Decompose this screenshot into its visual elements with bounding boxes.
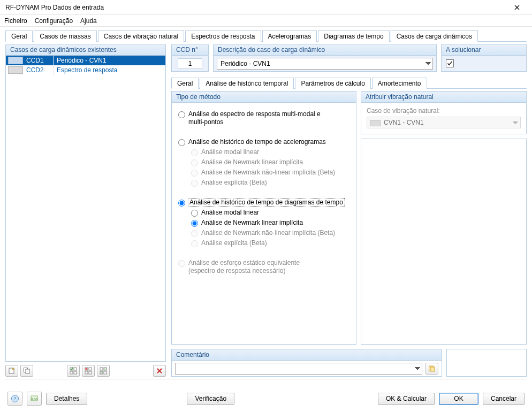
new-case-button[interactable] xyxy=(5,365,18,377)
subtab-historico[interactable]: Análise de histórico temporal xyxy=(200,78,294,89)
units-button[interactable]: 0,00 xyxy=(27,392,42,406)
svg-rect-14 xyxy=(104,371,107,374)
menu-bar: Ficheiro Configuração Ajuda xyxy=(0,15,532,27)
color-swatch xyxy=(8,66,23,74)
comment-header: Comentário xyxy=(171,349,442,361)
tab-geral[interactable]: Geral xyxy=(5,30,33,42)
svg-text:0,00: 0,00 xyxy=(31,397,37,401)
svg-rect-11 xyxy=(100,368,103,370)
dialog-body: Geral Casos de massas Casos de vibração … xyxy=(0,27,532,384)
radio-accel-explicit xyxy=(191,180,198,187)
subtab-amortecimento[interactable]: Amortecimento xyxy=(372,78,427,89)
label-equiv-static: Análise de esforço estático equivalente … xyxy=(188,259,300,275)
ok-button[interactable]: OK xyxy=(439,393,478,405)
tab-acelerogramas[interactable]: Acelerogramas xyxy=(262,30,317,42)
tab-casos-carga-dinamicos[interactable]: Casos de carga dinâmicos xyxy=(391,30,478,42)
comment-pick-button[interactable] xyxy=(425,363,438,375)
comment-select[interactable] xyxy=(175,363,422,375)
sub-tabs: Geral Análise de histórico temporal Parâ… xyxy=(171,77,527,89)
left-header: Casos de carga dinâmicos existentes xyxy=(5,44,166,56)
case-desc: Espectro de resposta xyxy=(54,66,165,74)
svg-rect-2 xyxy=(26,369,29,373)
uncheck-all-button[interactable] xyxy=(82,365,95,377)
radio-timedg-linear[interactable] xyxy=(191,210,198,217)
case-id: CCD2 xyxy=(25,66,53,74)
tab-vibracao-natural[interactable]: Casos de vibração natural xyxy=(98,30,184,42)
natvib-select xyxy=(367,117,521,128)
subtab-geral[interactable]: Geral xyxy=(171,78,199,89)
label-timedg: Análise de histórico de tempo de diagram… xyxy=(188,199,344,207)
empty-preview-panel xyxy=(361,139,527,345)
ccd-no-header: CCD n° xyxy=(171,44,209,56)
radio-timedg[interactable] xyxy=(178,200,185,207)
label-spectrum: Análise do espectro de resposta multi-mo… xyxy=(188,110,322,126)
tab-espectros[interactable]: Espectros de resposta xyxy=(185,30,261,42)
right-panel: CCD n° Descrição do caso de carga dinâmi… xyxy=(171,44,527,377)
case-row[interactable]: CCD1 Periódico - CVN1 xyxy=(6,56,165,65)
radio-timedg-newmark-nl xyxy=(191,230,198,237)
color-swatch xyxy=(8,57,23,64)
method-panel: Análise do espectro de resposta multi-mo… xyxy=(171,103,356,345)
tab-diagramas-tempo[interactable]: Diagramas de tempo xyxy=(318,30,389,42)
close-button[interactable] xyxy=(506,1,528,14)
natvib-label: Caso de vibração natural: xyxy=(367,107,521,115)
verify-button[interactable]: Verificação xyxy=(187,393,234,405)
check-all-button[interactable] xyxy=(67,365,80,377)
case-list[interactable]: CCD1 Periódico - CVN1 CCD2 Espectro de r… xyxy=(5,56,166,362)
radio-timedg-newmark-lin[interactable] xyxy=(191,220,198,227)
svg-rect-5 xyxy=(70,371,73,374)
svg-rect-10 xyxy=(89,371,92,374)
solve-checkbox[interactable] xyxy=(446,59,454,67)
tab-casos-massas[interactable]: Casos de massas xyxy=(34,30,96,42)
title-bar: RF-DYNAM Pro Dados de entrada xyxy=(0,0,532,15)
case-id: CCD1 xyxy=(25,57,53,64)
radio-spectrum[interactable] xyxy=(178,111,185,118)
case-desc-select[interactable]: Periódico - CVN1 xyxy=(217,58,433,70)
radio-timedg-explicit xyxy=(191,240,198,247)
case-desc-header: Descrição do caso de carga dinâmico xyxy=(213,44,437,56)
radio-equiv-static xyxy=(178,260,185,267)
blank-right-panel xyxy=(446,349,527,377)
svg-rect-16 xyxy=(430,367,435,371)
case-desc: Periódico - CVN1 xyxy=(54,57,165,64)
radio-accel[interactable] xyxy=(178,139,185,146)
menu-file[interactable]: Ficheiro xyxy=(4,17,27,25)
svg-rect-12 xyxy=(104,368,107,370)
subtab-parametros[interactable]: Parâmetros de cálculo xyxy=(295,78,370,89)
cancel-button[interactable]: Cancelar xyxy=(483,393,525,405)
svg-rect-13 xyxy=(100,371,103,374)
window-title: RF-DYNAM Pro Dados de entrada xyxy=(5,4,104,11)
copy-case-button[interactable] xyxy=(20,365,33,377)
svg-text:?: ? xyxy=(14,396,16,401)
radio-accel-newmark-lin xyxy=(191,159,198,166)
svg-rect-8 xyxy=(89,368,92,370)
solve-header: A solucionar xyxy=(441,44,527,56)
radio-accel-newmark-nl xyxy=(191,170,198,177)
svg-rect-6 xyxy=(74,371,77,374)
menu-config[interactable]: Configuração xyxy=(35,17,73,25)
left-panel: Casos de carga dinâmicos existentes CCD1… xyxy=(5,44,166,377)
left-toolbar xyxy=(5,362,166,377)
label-accel: Análise de histórico de tempo de acelero… xyxy=(188,138,326,146)
svg-rect-4 xyxy=(74,368,77,370)
main-tabs: Geral Casos de massas Casos de vibração … xyxy=(5,30,527,42)
radio-accel-linear xyxy=(191,149,198,156)
ok-calc-button[interactable]: OK & Calcular xyxy=(378,393,435,405)
svg-rect-9 xyxy=(85,371,88,374)
details-button[interactable]: Detalhes xyxy=(46,393,87,405)
natvib-panel: Caso de vibração natural: CVN1 - CVN1 xyxy=(361,103,527,134)
delete-case-button[interactable] xyxy=(153,365,166,377)
case-row[interactable]: CCD2 Espectro de resposta xyxy=(6,65,165,75)
menu-help[interactable]: Ajuda xyxy=(80,17,97,25)
help-button[interactable]: ? xyxy=(7,392,22,406)
natvib-header: Atribuir vibração natural xyxy=(361,91,527,103)
ccd-no-input[interactable] xyxy=(178,58,202,69)
method-header: Tipo de método xyxy=(171,91,356,103)
dialog-buttons: ? 0,00 Detalhes Verificação OK & Calcula… xyxy=(0,386,532,412)
toggle-check-button[interactable] xyxy=(97,365,110,377)
